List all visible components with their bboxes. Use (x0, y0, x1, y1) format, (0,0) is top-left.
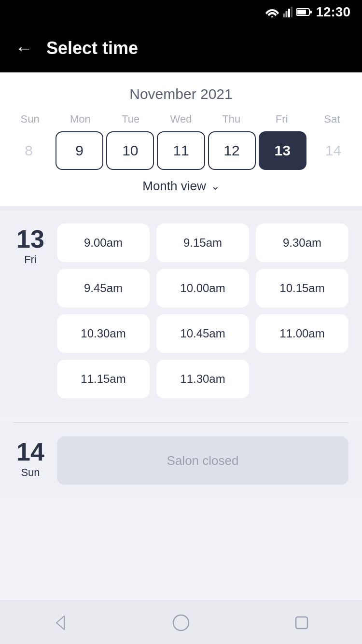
bottom-nav (0, 601, 362, 644)
app-header: ← Select time (0, 24, 362, 72)
section-divider (0, 206, 362, 210)
month-view-label: Month view (142, 179, 206, 194)
weekday-thu: Thu (206, 113, 256, 126)
svg-marker-8 (56, 616, 64, 630)
date-cell-9[interactable]: 9 (56, 131, 103, 170)
back-nav-icon (51, 613, 70, 632)
recent-nav-icon (292, 613, 311, 632)
wifi-icon (265, 7, 279, 17)
nav-home-button[interactable] (167, 608, 195, 637)
day-label-13: 13 Fri (14, 224, 47, 398)
svg-rect-6 (297, 10, 306, 14)
signal-icon (283, 7, 292, 17)
battery-icon (296, 8, 312, 16)
time-slot-1015[interactable]: 10.15am (256, 269, 348, 308)
date-cell-14[interactable]: 14 (309, 131, 357, 170)
weekday-tue: Tue (106, 113, 156, 126)
weekday-fri: Fri (256, 113, 306, 126)
time-slot-945[interactable]: 9.45am (57, 269, 150, 308)
date-cell-8[interactable]: 8 (5, 131, 53, 170)
day-name-sun: Sun (21, 466, 40, 479)
time-slot-1100[interactable]: 11.00am (256, 314, 348, 353)
weekday-row: Sun Mon Tue Wed Thu Fri Sat (0, 113, 362, 126)
time-slot-915[interactable]: 9.15am (156, 224, 249, 262)
back-button[interactable]: ← (15, 40, 33, 57)
salon-closed-label: Salon closed (167, 453, 239, 468)
date-cell-12[interactable]: 12 (208, 131, 256, 170)
time-slot-1115[interactable]: 11.15am (57, 360, 150, 398)
status-icons: 12:30 (265, 4, 350, 20)
time-slots-section: 13 Fri 9.00am 9.15am 9.30am 9.45am 10.00… (0, 210, 362, 418)
time-slot-1000[interactable]: 10.00am (156, 269, 249, 308)
svg-rect-2 (286, 11, 288, 17)
svg-rect-1 (283, 14, 285, 17)
date-cell-13[interactable]: 13 (259, 131, 306, 170)
day-number-14: 14 (16, 439, 44, 464)
status-bar: 12:30 (0, 0, 362, 24)
salon-closed-box: Salon closed (57, 436, 348, 485)
svg-rect-10 (296, 617, 307, 629)
time-grid: 9.00am 9.15am 9.30am 9.45am 10.00am 10.1… (57, 224, 348, 398)
status-time: 12:30 (316, 4, 350, 20)
time-slot-1130[interactable]: 11.30am (156, 360, 249, 398)
page-title: Select time (46, 38, 138, 58)
date-cell-10[interactable]: 10 (106, 131, 154, 170)
month-label: November 2021 (0, 86, 362, 102)
svg-rect-7 (310, 11, 312, 14)
day-block-14: 14 Sun Salon closed (14, 436, 348, 485)
home-nav-icon (171, 613, 191, 632)
weekday-sat: Sat (307, 113, 357, 126)
date-cell-11[interactable]: 11 (157, 131, 205, 170)
day-label-14: 14 Sun (14, 436, 47, 485)
svg-point-9 (173, 615, 189, 630)
weekday-wed: Wed (156, 113, 206, 126)
date-row: 8 9 10 11 12 13 14 (0, 131, 362, 170)
time-slot-1030[interactable]: 10.30am (57, 314, 150, 353)
day-block-13: 13 Fri 9.00am 9.15am 9.30am 9.45am 10.00… (14, 224, 348, 398)
nav-recent-button[interactable] (287, 608, 316, 637)
svg-rect-3 (288, 9, 290, 17)
closed-section: 14 Sun Salon closed (0, 423, 362, 498)
calendar-section: November 2021 Sun Mon Tue Wed Thu Fri Sa… (0, 72, 362, 206)
nav-back-button[interactable] (46, 608, 75, 637)
day-number-13: 13 (16, 226, 44, 252)
weekday-sun: Sun (5, 113, 55, 126)
month-view-toggle[interactable]: Month view ⌄ (0, 170, 362, 200)
weekday-mon: Mon (55, 113, 105, 126)
time-slot-1045[interactable]: 10.45am (156, 314, 249, 353)
svg-point-0 (271, 16, 274, 18)
svg-rect-4 (291, 7, 293, 17)
time-slot-930[interactable]: 9.30am (256, 224, 348, 262)
chevron-down-icon: ⌄ (211, 180, 220, 193)
day-name-fri: Fri (24, 253, 37, 266)
time-slot-900[interactable]: 9.00am (57, 224, 150, 262)
